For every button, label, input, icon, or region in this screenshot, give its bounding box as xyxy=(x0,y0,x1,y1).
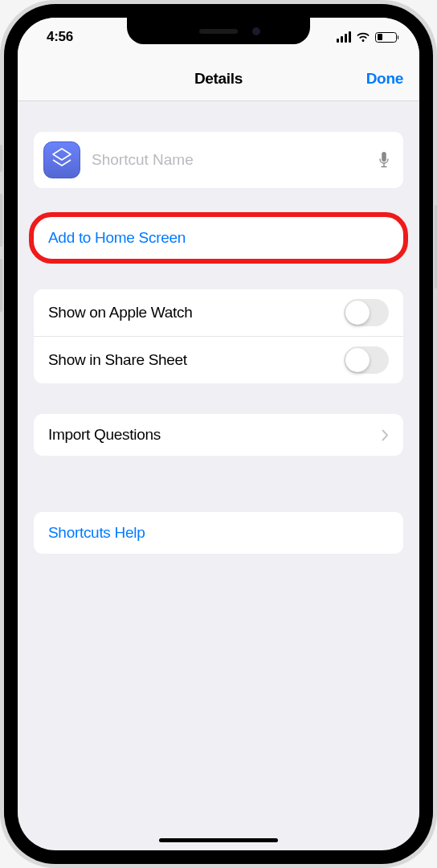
shortcuts-help-button[interactable]: Shortcuts Help xyxy=(34,512,403,554)
cellular-signal-icon xyxy=(337,31,352,43)
volume-up-button xyxy=(0,194,2,247)
silence-switch xyxy=(0,145,2,172)
shortcut-app-icon[interactable] xyxy=(43,141,80,178)
add-to-home-screen-button[interactable]: Add to Home Screen xyxy=(34,217,403,259)
share-sheet-label: Show in Share Sheet xyxy=(48,351,187,369)
share-sheet-toggle-row: Show in Share Sheet xyxy=(34,336,403,383)
content-area: Add to Home Screen Show on Apple Watch xyxy=(18,101,419,850)
shortcut-name-input[interactable] xyxy=(92,151,366,169)
share-sheet-toggle[interactable] xyxy=(344,346,389,374)
svg-rect-0 xyxy=(382,152,386,162)
phone-frame: 4:56 xyxy=(0,0,437,868)
apple-watch-label: Show on Apple Watch xyxy=(48,304,193,321)
dictation-icon[interactable] xyxy=(378,151,390,169)
volume-down-button xyxy=(0,259,2,312)
apple-watch-toggle[interactable] xyxy=(344,299,389,326)
chevron-right-icon xyxy=(382,429,389,441)
nav-bar: Details Done xyxy=(18,56,419,101)
home-indicator[interactable] xyxy=(159,838,278,842)
shortcut-name-cell xyxy=(34,132,403,188)
import-questions-label: Import Questions xyxy=(48,426,161,444)
apple-watch-toggle-row: Show on Apple Watch xyxy=(34,289,403,336)
page-title: Details xyxy=(194,70,243,88)
status-time: 4:56 xyxy=(47,29,73,45)
import-questions-button[interactable]: Import Questions xyxy=(34,414,403,456)
notch xyxy=(127,18,310,44)
wifi-icon xyxy=(356,31,370,43)
battery-icon xyxy=(375,32,397,43)
done-button[interactable]: Done xyxy=(366,70,403,88)
